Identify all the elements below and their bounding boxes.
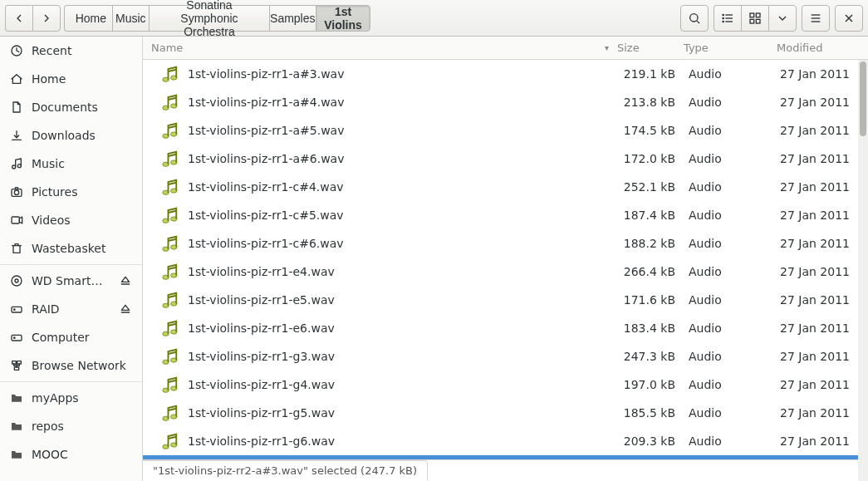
eject-icon[interactable] xyxy=(119,274,132,287)
download-icon xyxy=(10,129,23,142)
file-row[interactable]: 1st-violins-piz-rr1-a#6.wav 172.0 kB Aud… xyxy=(143,145,868,173)
file-type: Audio xyxy=(684,96,777,109)
file-type: Audio xyxy=(684,124,777,137)
forward-button[interactable] xyxy=(32,5,61,32)
svg-point-7 xyxy=(723,21,723,22)
file-modified: 27 Jan 2011 xyxy=(777,124,858,137)
sidebar-item[interactable]: Home xyxy=(0,65,142,93)
file-modified: 27 Jan 2011 xyxy=(777,378,858,391)
sidebar-item[interactable]: Wastebasket xyxy=(0,234,142,263)
svg-point-31 xyxy=(14,309,15,310)
folder-icon xyxy=(10,420,23,433)
back-button[interactable] xyxy=(5,5,32,32)
file-name: 1st-violins-piz-rr1-a#6.wav xyxy=(188,152,617,165)
file-row[interactable]: 1st-violins-piz-rr1-e4.wav 266.4 kB Audi… xyxy=(143,258,868,286)
file-size: 188.2 kB xyxy=(617,237,684,250)
column-modified[interactable]: Modified xyxy=(777,42,858,54)
sidebar-item[interactable]: WD Smart… xyxy=(0,267,142,295)
scrollbar-thumb[interactable] xyxy=(860,61,866,136)
sidebar-item[interactable]: Computer xyxy=(0,323,142,351)
clock-icon xyxy=(10,44,23,57)
file-modified: 27 Jan 2011 xyxy=(777,293,858,307)
file-row[interactable]: 1st-violins-piz-rr1-a#4.wav 213.8 kB Aud… xyxy=(143,88,868,116)
trash-icon xyxy=(10,242,23,255)
file-row[interactable]: 1st-violins-piz-rr1-a#5.wav 174.5 kB Aud… xyxy=(143,116,868,145)
svg-point-23 xyxy=(14,190,18,194)
file-size: 252.1 kB xyxy=(617,180,684,194)
view-dropdown-button[interactable] xyxy=(768,5,797,32)
file-modified: 27 Jan 2011 xyxy=(777,67,858,81)
svg-point-0 xyxy=(690,13,698,21)
file-row[interactable]: 1st-violins-piz-rr1-a#3.wav 219.1 kB Aud… xyxy=(143,60,868,88)
file-row[interactable]: 1st-violins-piz-rr1-g6.wav 209.3 kB Audi… xyxy=(143,427,868,455)
file-type: Audio xyxy=(684,237,777,250)
column-size[interactable]: Size xyxy=(617,42,684,54)
file-row[interactable]: 1st-violins-piz-rr1-c#6.wav 188.2 kB Aud… xyxy=(143,229,868,258)
path-segment[interactable]: Samples xyxy=(269,5,316,32)
file-name: 1st-violins-piz-rr1-c#4.wav xyxy=(188,180,617,194)
search-button[interactable] xyxy=(680,5,709,32)
file-name: 1st-violins-piz-rr1-a#4.wav xyxy=(188,96,617,109)
file-list[interactable]: 1st-violins-piz-rr1-a#3.wav 219.1 kB Aud… xyxy=(143,60,868,459)
file-type: Audio xyxy=(684,265,777,278)
file-name: 1st-violins-piz-rr1-e5.wav xyxy=(188,293,617,307)
sidebar-item[interactable]: Recent xyxy=(0,37,142,65)
sidebar-item[interactable]: Pictures xyxy=(0,178,142,206)
file-row[interactable]: 1st-violins-piz-rr1-c#5.wav 187.4 kB Aud… xyxy=(143,201,868,229)
file-modified: 27 Jan 2011 xyxy=(777,321,858,335)
column-type[interactable]: Type xyxy=(684,42,777,54)
view-list-button[interactable] xyxy=(714,5,741,32)
sidebar-item[interactable]: Downloads xyxy=(0,121,142,150)
sidebar-item[interactable]: Videos xyxy=(0,206,142,234)
file-name: 1st-violins-piz-rr1-g4.wav xyxy=(188,378,617,391)
path-segment[interactable]: Music xyxy=(112,5,149,32)
eject-icon[interactable] xyxy=(119,302,132,316)
close-button[interactable] xyxy=(835,5,863,32)
sidebar-item-label: Pictures xyxy=(32,185,77,199)
file-size: 213.8 kB xyxy=(617,96,684,109)
network-icon xyxy=(10,359,23,372)
svg-rect-9 xyxy=(756,13,760,17)
menu-button[interactable] xyxy=(802,5,830,32)
file-size: 174.5 kB xyxy=(617,124,684,137)
sidebar-item[interactable]: repos xyxy=(0,412,142,440)
sidebar-item[interactable]: RAID xyxy=(0,295,142,323)
path-segment[interactable]: 1st Violins xyxy=(316,5,371,32)
file-size: 183.4 kB xyxy=(617,321,684,335)
sidebar-item[interactable]: Documents xyxy=(0,93,142,121)
sidebar-item-label: Videos xyxy=(32,214,71,227)
file-name: 1st-violins-piz-rr1-g3.wav xyxy=(188,350,617,363)
file-modified: 27 Jan 2011 xyxy=(777,96,858,109)
file-type: Audio xyxy=(684,350,777,363)
column-name[interactable]: Name▾ xyxy=(151,42,617,54)
sidebar-item[interactable]: myApps xyxy=(0,384,142,412)
file-name: 1st-violins-piz-rr1-g6.wav xyxy=(188,434,617,448)
file-row[interactable]: 1st-violins-piz-rr1-c#4.wav 252.1 kB Aud… xyxy=(143,173,868,201)
file-modified: 27 Jan 2011 xyxy=(777,406,858,420)
file-row[interactable]: 1st-violins-piz-rr1-g3.wav 247.3 kB Audi… xyxy=(143,342,868,371)
file-row[interactable]: 1st-violins-piz-rr1-e5.wav 171.6 kB Audi… xyxy=(143,286,868,314)
audio-file-icon xyxy=(158,175,181,199)
path-segment[interactable]: Home xyxy=(64,5,112,32)
scrollbar[interactable] xyxy=(858,60,868,481)
file-type: Audio xyxy=(684,152,777,165)
folder-icon xyxy=(10,448,23,461)
sidebar-item[interactable]: MOOC xyxy=(0,440,142,469)
svg-point-35 xyxy=(14,337,15,338)
sidebar-item[interactable]: Music xyxy=(0,150,142,178)
file-size: 247.3 kB xyxy=(617,350,684,363)
file-type: Audio xyxy=(684,209,777,222)
sidebar-item[interactable]: Browse Network xyxy=(0,351,142,380)
view-grid-button[interactable] xyxy=(741,5,768,32)
file-modified: 27 Jan 2011 xyxy=(777,180,858,194)
file-row[interactable]: 1st-violins-piz-rr1-e6.wav 183.4 kB Audi… xyxy=(143,314,868,342)
audio-file-icon xyxy=(158,119,181,142)
file-name: 1st-violins-piz-rr1-e6.wav xyxy=(188,321,617,335)
file-row[interactable]: 1st-violins-piz-rr1-g4.wav 197.0 kB Audi… xyxy=(143,371,868,399)
file-view: Name▾ Size Type Modified 1st-violins-piz… xyxy=(143,37,868,481)
file-type: Audio xyxy=(684,406,777,420)
audio-file-icon xyxy=(158,62,181,86)
file-row[interactable]: 1st-violins-piz-rr1-g5.wav 185.5 kB Audi… xyxy=(143,399,868,427)
path-segment[interactable]: Sonatina Symphonic Orchestra xyxy=(149,5,269,32)
audio-file-icon xyxy=(158,147,181,170)
